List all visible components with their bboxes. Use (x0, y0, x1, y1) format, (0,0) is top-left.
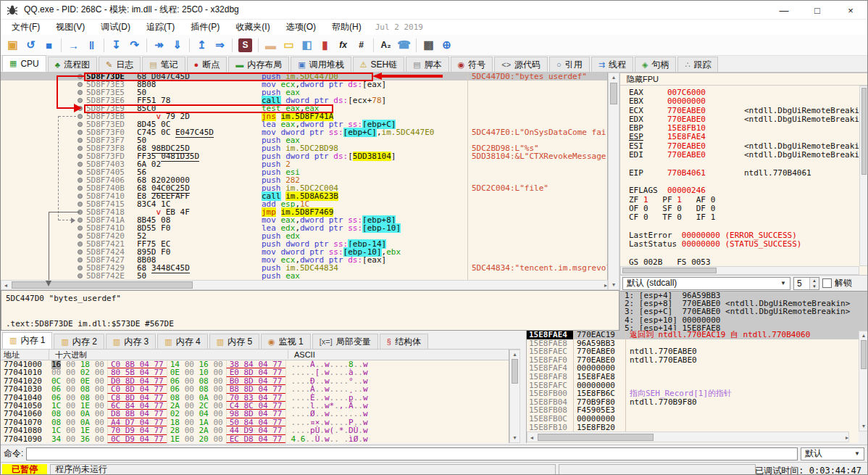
maximize-button[interactable]: □ (801, 1, 834, 20)
pause-button[interactable]: ‖ (83, 36, 101, 54)
minimize-button[interactable]: — (767, 1, 801, 20)
scroll-up-icon[interactable]: ▴ (609, 75, 619, 80)
breakpoint-dot[interactable] (78, 257, 83, 263)
scroll-thumb[interactable] (622, 268, 717, 273)
breakpoint-dot[interactable] (78, 178, 83, 183)
scroll-thumb[interactable] (610, 83, 617, 104)
breakpoint-dot[interactable] (78, 146, 83, 151)
breakpoint-dot[interactable] (78, 98, 83, 103)
breakpoint-dot[interactable] (78, 130, 83, 135)
scroll-left-icon[interactable]: ◂ (1, 283, 10, 289)
scroll-thumb[interactable] (512, 359, 518, 384)
register-line[interactable]: EIP 770B4061 ntdll.770B4061 (629, 169, 859, 178)
tab-script[interactable]: ▤脚本 (406, 57, 448, 72)
breakpoint-dot[interactable] (78, 194, 83, 199)
stack-argument-row[interactable]: 3: [esp+C] 770EABE0 <ntdll.DbgUiRemoteBr… (625, 307, 868, 315)
menu-item[interactable]: 帮助(H) (324, 20, 370, 35)
scroll-down-icon[interactable]: ▾ (609, 282, 619, 288)
tab-dump-4[interactable]: ▥内存 4 (157, 334, 207, 349)
tab-dump-5[interactable]: ▥内存 5 (209, 334, 259, 349)
registers-hscrollbar[interactable] (620, 266, 859, 275)
menu-item[interactable]: 插件(P) (183, 20, 228, 35)
register-line[interactable]: CF 0 TF 0 IF 1 (629, 213, 859, 222)
dump-row[interactable]: 7704103006 00 08 00C0 8D 04 7706 00 08 0… (1, 385, 509, 393)
breakpoint-dot[interactable] (78, 218, 83, 223)
globe-button[interactable]: ⊕ (438, 36, 456, 54)
argument-count-stepper[interactable]: 5 ▲▼ (793, 277, 819, 290)
dump-vscrollbar[interactable]: ▴ ▾ (509, 350, 520, 443)
scroll-up-icon[interactable]: ▴ (510, 352, 519, 358)
comment-button[interactable]: ▭ (280, 36, 298, 54)
scroll-thumb[interactable] (538, 434, 654, 441)
menu-item[interactable]: 文件(F) (4, 20, 48, 35)
stack-row[interactable]: 15E8FB1015E8FB20 (527, 424, 859, 431)
run-button[interactable]: → (64, 36, 83, 54)
command-input[interactable] (26, 447, 798, 460)
breakpoint-dot[interactable] (78, 82, 83, 87)
scroll-up-icon[interactable]: ▴ (859, 333, 868, 339)
menu-item[interactable]: 收藏夹(I) (228, 20, 277, 35)
tab-symbols[interactable]: ◉符号 (451, 57, 493, 72)
breakpoint-dot[interactable] (78, 226, 83, 231)
close-button[interactable]: × (834, 1, 867, 20)
stack-row[interactable]: 15E8FB0C00000000 (527, 415, 859, 424)
breakpoint-dot[interactable] (78, 186, 83, 191)
breakpoint-dot[interactable] (78, 202, 83, 207)
tab-notes[interactable]: ▤笔记 (142, 57, 185, 72)
scroll-down-icon[interactable]: ▾ (859, 424, 868, 429)
attach-button[interactable]: ⇒ (211, 36, 229, 54)
run-to-user-code-button[interactable]: ⇓ (168, 36, 186, 54)
command-profile-dropdown[interactable]: 默认 ▼ (801, 447, 864, 460)
breakpoint-dot[interactable] (78, 241, 83, 247)
tab-handles[interactable]: ◈句柄 (635, 57, 676, 72)
breakpoint-dot[interactable] (78, 273, 83, 278)
tab-source[interactable]: <>源代码 (494, 57, 548, 72)
breakpoint-dot[interactable] (78, 234, 83, 239)
scroll-left-icon[interactable]: ◂ (527, 435, 536, 441)
stack-hscrollbar[interactable]: ◂ ▸ (527, 431, 849, 442)
tab-memory-map[interactable]: ▬内存布局 (228, 57, 289, 72)
scroll-down-icon[interactable]: ▾ (510, 435, 519, 441)
breakpoint-dot[interactable] (78, 249, 83, 255)
step-out-button[interactable]: ↥ (193, 36, 211, 54)
stack-vscrollbar[interactable]: ▴ ▾ (859, 331, 868, 431)
breakpoint-dot[interactable] (78, 265, 83, 270)
tab-references[interactable]: ○引用 (549, 57, 590, 72)
scroll-thumb[interactable] (12, 281, 193, 289)
menu-item[interactable]: 调试(D) (93, 20, 138, 35)
function-button[interactable]: fx (334, 36, 352, 54)
tab-dump-2[interactable]: ▥内存 2 (54, 334, 104, 349)
patch-button[interactable]: ▬ (262, 36, 280, 54)
scroll-thumb[interactable] (861, 340, 867, 369)
tab-trace[interactable]: ∴跟踪 (677, 57, 718, 72)
open-file-button[interactable]: ▣ (4, 36, 22, 54)
hash-button[interactable]: # (352, 36, 370, 54)
restart-button[interactable]: ↺ (22, 36, 40, 54)
disassembly-hscrollbar[interactable]: ◂ ▸ (1, 280, 608, 290)
tab-struct[interactable]: §结构体 (380, 334, 428, 349)
tab-seh[interactable]: ⚠SEH链 (353, 57, 405, 72)
dump-row[interactable]: 770410801C 00 1E 0070 D9 04 7728 00 2A 0… (1, 426, 509, 434)
execute-till-return-button[interactable]: ↠ (150, 36, 168, 54)
register-line[interactable]: GS 002B FS 0053 (629, 258, 859, 266)
tab-graph[interactable]: ♣流程图 (48, 57, 97, 72)
step-over-button[interactable]: ↷ (125, 36, 143, 54)
scroll-thumb[interactable] (861, 88, 867, 175)
disassembly-vscrollbar[interactable]: ▴ ▾ (608, 73, 619, 290)
tab-threads[interactable]: ⇉线程 (591, 57, 633, 72)
tab-watch-1[interactable]: ◉监视 1 (261, 334, 311, 349)
menu-item[interactable]: 选项(O) (278, 20, 324, 35)
calling-convention-dropdown[interactable]: 默认 (stdcall) ▼ (622, 277, 790, 290)
tab-dump-3[interactable]: ▥内存 3 (106, 334, 156, 349)
dump-row[interactable]: 7704109034 00 36 000C D9 04 771E 00 20 0… (1, 435, 509, 443)
stepper-arrows[interactable]: ▲▼ (809, 278, 819, 289)
tab-cpu[interactable]: ▦CPU (2, 55, 46, 72)
tab-call-stack[interactable]: ▣调用堆栈 (291, 57, 351, 72)
unlock-checkbox[interactable] (822, 278, 832, 288)
panel-splitter[interactable] (520, 331, 526, 443)
tab-breakpoints[interactable]: ●断点 (187, 57, 228, 72)
stepper-down-icon[interactable]: ▼ (810, 284, 819, 289)
hide-fpu-button[interactable]: 隐藏FPU (620, 73, 868, 86)
script-s-button[interactable]: S (238, 38, 252, 52)
stack-row[interactable]: 15E8FAF815E8FAE8 (527, 373, 859, 381)
